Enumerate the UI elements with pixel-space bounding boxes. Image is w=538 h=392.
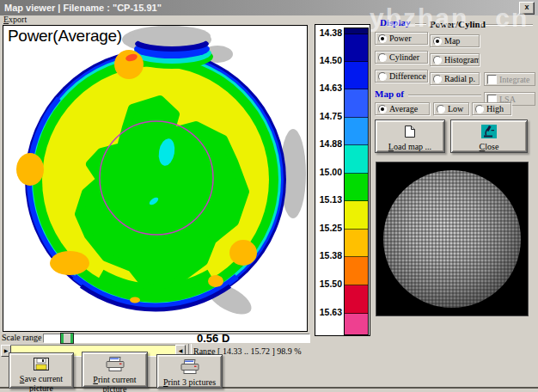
- radio-power[interactable]: Power: [375, 32, 428, 45]
- radio-dot: [437, 105, 445, 113]
- scale-tick: [345, 117, 368, 118]
- scale-tick-label: 14.63: [315, 83, 342, 93]
- radio-histogram[interactable]: Histogram: [430, 53, 480, 66]
- slider-thumb[interactable]: [60, 333, 74, 344]
- close-map-button[interactable]: Close: [450, 119, 528, 153]
- display-group-label: Display: [380, 17, 410, 28]
- scale-range-label: Scale range: [2, 333, 41, 342]
- checkbox-integrate[interactable]: Integrate: [484, 72, 535, 86]
- scale-tick: [345, 200, 368, 201]
- radio-difference[interactable]: Difference: [375, 70, 428, 83]
- scale-tick: [345, 89, 368, 89]
- scale-band: [345, 174, 368, 201]
- radio-high[interactable]: High: [472, 102, 511, 115]
- scale-tick-label: 15.00: [315, 168, 342, 177]
- printer-icon: [106, 357, 125, 375]
- scale-tick: [345, 61, 368, 62]
- scale-tick-label: 14.38: [315, 28, 342, 38]
- titlebar: Map viewer | Filename : "CP-15.91": [0, 0, 538, 15]
- radio-dot: [378, 105, 387, 113]
- map-title: Power(Average): [8, 27, 122, 46]
- print-3-pictures-button[interactable]: Print 3 pictures: [156, 354, 223, 389]
- scale-tick-label: 14.75: [315, 112, 342, 121]
- scale-band: [345, 257, 368, 285]
- scale-range-slider[interactable]: 0.56 D: [43, 334, 310, 343]
- lens-sphere-image: [383, 170, 521, 308]
- scale-tick-label: 14.50: [315, 56, 342, 65]
- load-map-button[interactable]: Load map ...: [375, 119, 445, 153]
- scale-tick: [345, 256, 368, 257]
- scale-tick: [345, 144, 368, 145]
- scale-band: [345, 118, 368, 145]
- radio-dot: [433, 75, 442, 83]
- radio-dot: [378, 53, 387, 62]
- scale-tick-label: 15.63: [315, 308, 342, 317]
- scale-tick-label: 15.50: [315, 279, 342, 289]
- scale-band: [345, 201, 368, 230]
- load-map-label: Load map ...: [388, 142, 431, 151]
- radio-dot: [378, 72, 387, 81]
- radio-dot: [433, 56, 442, 64]
- menu-item-export[interactable]: Export: [3, 15, 27, 24]
- scale-range-value: 0.56 D: [197, 332, 229, 345]
- scale-band: [345, 285, 368, 314]
- lens-photo-panel: [376, 162, 529, 316]
- scale-tick: [345, 34, 368, 34]
- scale-tick-label: 15.13: [315, 195, 342, 205]
- power-cylind-group-label: Power/Cylind: [430, 19, 486, 29]
- scale-band: [345, 145, 368, 174]
- print-current-picture-button[interactable]: Print currentpicture: [82, 352, 148, 388]
- map-viewer-window: Map viewer | Filename : "CP-15.91" x Exp…: [0, 0, 538, 392]
- scale-tick-label: 15.25: [315, 224, 342, 233]
- radio-dot: [475, 105, 484, 113]
- print-3-label: Print 3 pictures: [163, 377, 216, 387]
- radio-dot: [433, 37, 442, 46]
- radio-cylinder[interactable]: Cylinder: [375, 51, 428, 64]
- scale-band: [345, 230, 368, 257]
- window-title: Map viewer | Filename : "CP-15.91": [0, 3, 162, 13]
- save-label: Save currentpicture: [20, 374, 63, 392]
- power-average-map: [3, 26, 307, 331]
- scale-band: [345, 89, 368, 118]
- radio-radial-profile[interactable]: Radial p.: [430, 72, 480, 85]
- scale-tick: [345, 229, 368, 230]
- checkbox-square: [487, 75, 497, 84]
- color-scale-panel: 14.3814.5014.6314.7514.8815.0015.1315.25…: [315, 24, 370, 336]
- window-bottom-edge: [0, 387, 538, 389]
- close-label: Close: [480, 142, 499, 151]
- scale-tick-label: 14.88: [315, 139, 342, 149]
- radio-dot: [378, 34, 387, 43]
- radio-low[interactable]: Low: [433, 102, 469, 115]
- scale-tick: [345, 173, 368, 174]
- scale-band: [345, 62, 368, 89]
- scale-tick: [345, 313, 368, 314]
- map-of-group-label: Map of: [375, 89, 404, 99]
- scale-tick-label: 15.38: [315, 251, 342, 260]
- floppy-disk-icon: [34, 358, 49, 374]
- printer-icon: [180, 359, 199, 377]
- radio-average[interactable]: Average: [375, 102, 430, 115]
- microscope-icon: [481, 125, 497, 142]
- document-icon: [404, 125, 416, 142]
- color-scale-bar: [344, 28, 369, 335]
- save-current-picture-button[interactable]: Save currentpicture: [9, 352, 74, 389]
- map-panel: Power(Average): [3, 25, 308, 332]
- scale-tick: [345, 285, 368, 285]
- radio-map[interactable]: Map: [430, 34, 480, 47]
- scale-band: [345, 314, 368, 334]
- scale-band: [345, 34, 368, 62]
- print-current-label: Print currentpicture: [93, 375, 136, 392]
- window-close-button[interactable]: x: [519, 2, 535, 15]
